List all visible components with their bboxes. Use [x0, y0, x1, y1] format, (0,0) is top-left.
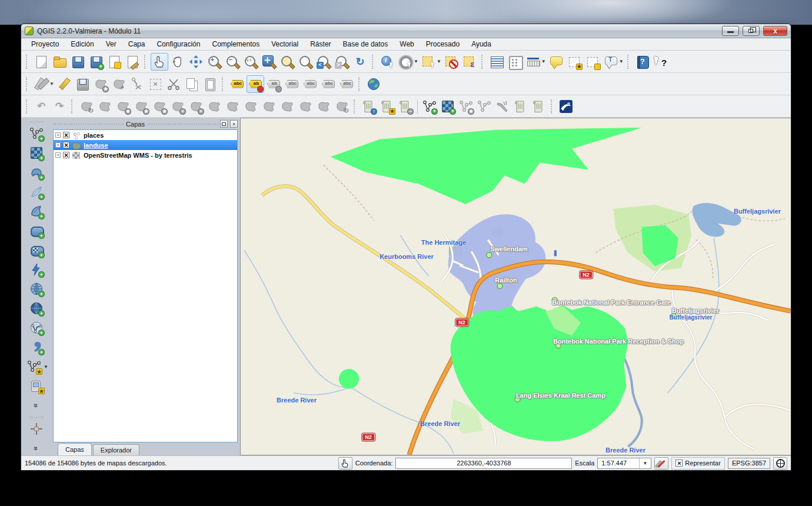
add-postgis-layer-button[interactable]: + [26, 163, 46, 182]
add-vector-layer-button[interactable]: + [26, 124, 46, 143]
layer-row-osm-wms[interactable]: + × OpenStreetMap WMS - by terrestris [54, 150, 237, 160]
deselect-features-button[interactable] [442, 53, 460, 71]
menu-web[interactable]: Web [394, 39, 419, 49]
zoom-full-button[interactable]: ✛ [260, 53, 278, 71]
menu-vectorial[interactable]: Vectorial [266, 39, 304, 49]
expand-icon[interactable]: + [55, 152, 61, 158]
add-wms-layer-button[interactable]: + [26, 279, 46, 298]
menu-edici-n[interactable]: Edición [65, 39, 99, 49]
touch-button[interactable] [151, 53, 168, 71]
layer-name[interactable]: landuse [84, 142, 108, 149]
text-annotation-button[interactable]: T [602, 53, 620, 71]
add-mssql-layer-button[interactable]: + [26, 202, 46, 221]
save-project-as-button[interactable]: + [87, 53, 105, 71]
toggle-editing-button[interactable] [55, 75, 73, 93]
expand-icon[interactable]: + [55, 132, 61, 138]
projection-button[interactable] [773, 457, 787, 470]
plugin-add-raster-button[interactable]: + [439, 98, 457, 115]
pan-map-button[interactable] [169, 53, 187, 71]
composer-manager-button[interactable] [124, 53, 141, 71]
menu-ver[interactable]: Ver [101, 39, 122, 49]
redo-button[interactable]: ↷ [51, 98, 68, 115]
chevron-down-icon[interactable]: ▼ [639, 458, 647, 468]
overflow-bottom-button[interactable]: » [26, 439, 46, 455]
zoom-out-button[interactable]: − [224, 53, 241, 71]
layers-panel-titlebar[interactable]: Capas × [52, 119, 239, 129]
layer-checkbox[interactable]: × [63, 152, 69, 158]
open-project-button[interactable] [51, 53, 68, 71]
pan-to-selection-button[interactable] [187, 53, 205, 71]
plugin-scroll-edit-button[interactable] [530, 98, 548, 115]
render-toggle[interactable]: × Representar [671, 457, 725, 470]
mouse-position-toggle-button[interactable] [338, 457, 352, 470]
plugin-add-vector-button[interactable]: + [421, 98, 438, 115]
menu-base-de-datos[interactable]: Base de datos [338, 39, 394, 49]
web-globe-button[interactable] [365, 75, 382, 93]
zoom-last-button[interactable]: < [315, 53, 332, 71]
zoom-next-button[interactable]: > [333, 53, 351, 71]
new-shapefile-layer-button[interactable]: ★ [24, 357, 44, 376]
save-edits-button[interactable] [74, 75, 91, 93]
plugin-build-button[interactable] [494, 98, 511, 115]
panel-float-button[interactable] [220, 120, 228, 128]
undo-button[interactable]: ↶ [32, 98, 50, 115]
refresh-button[interactable]: ↻ [351, 53, 369, 71]
rotate-label-button[interactable]: abc [320, 75, 337, 93]
menu-ayuda[interactable]: Ayuda [466, 39, 497, 49]
help-button[interactable]: ? [634, 53, 651, 71]
map-tips-button[interactable] [547, 53, 565, 71]
plugin-edit-vector-button[interactable] [475, 98, 493, 115]
text-annotation-dropdown[interactable]: ▼ [619, 59, 624, 64]
node-tool-button[interactable] [128, 75, 146, 93]
minimize-button[interactable] [722, 26, 739, 36]
zoom-to-selection-button[interactable] [278, 53, 296, 71]
new-gpx-layer-button[interactable]: ★ [26, 377, 46, 395]
menu-capa[interactable]: Capa [123, 39, 151, 49]
new-composer-button[interactable] [105, 53, 123, 71]
reshape-features-button[interactable] [205, 98, 223, 115]
change-label-button[interactable]: abc [338, 75, 355, 93]
stop-rendering-button[interactable] [654, 457, 668, 470]
render-checkbox[interactable]: × [675, 460, 683, 467]
select-expression-button[interactable]: ε [461, 53, 478, 71]
title-bar[interactable]: QGIS 2.2.0-Valmiera - Módulo 11 x [21, 24, 791, 38]
rotate-point-symbols-button[interactable]: ↻ [333, 98, 351, 115]
zoom-to-layer-button[interactable] [297, 53, 314, 71]
add-ring-button[interactable]: ★ [114, 98, 132, 115]
plugin-new-vector-button[interactable]: ★ [457, 98, 475, 115]
menu-r-ster[interactable]: Ráster [305, 39, 336, 49]
google-earth-button[interactable] [557, 98, 575, 115]
move-feature-button[interactable] [110, 75, 128, 93]
menu-configuraci-n[interactable]: Configuración [151, 39, 205, 49]
delete-ring-button[interactable]: × [169, 98, 187, 115]
identify-button[interactable]: i [378, 53, 396, 71]
layer-name[interactable]: OpenStreetMap WMS - by terrestris [84, 152, 192, 159]
pin-labels-button[interactable]: ab [247, 75, 264, 93]
osm-remove-button[interactable]: − [397, 98, 414, 115]
add-oracle-georaster-layer-button[interactable]: + [26, 241, 46, 259]
merge-attributes-button[interactable] [297, 98, 314, 115]
simplify-feature-button[interactable] [96, 98, 114, 115]
add-sqlanywhere-layer-button[interactable]: + [26, 260, 46, 279]
copy-features-button[interactable] [183, 75, 201, 93]
layer-name[interactable]: places [84, 132, 104, 139]
menu-complementos[interactable]: Complementos [207, 39, 265, 49]
current-edits-dropdown[interactable]: ▼ [49, 81, 54, 86]
add-oracle-layer-button[interactable]: + [26, 221, 46, 240]
offset-curve-button[interactable] [224, 98, 241, 115]
cut-features-button[interactable] [165, 75, 182, 93]
new-shapefile-layer-dropdown[interactable]: ▼ [44, 364, 48, 369]
tab-explorador[interactable]: Explorador [93, 444, 139, 455]
menu-proyecto[interactable]: Proyecto [26, 39, 64, 49]
layer-checkbox[interactable]: × [63, 132, 69, 138]
coordinate-capture-button[interactable] [26, 420, 46, 438]
zoom-in-button[interactable]: + [205, 53, 223, 71]
zoom-native-button[interactable]: 1:1 [242, 53, 259, 71]
select-features-button[interactable] [420, 53, 437, 71]
add-wfs-layer-button[interactable]: + [26, 318, 46, 337]
save-project-button[interactable] [69, 53, 86, 71]
scale-combobox[interactable]: 1:57.447 ▼ [597, 458, 651, 469]
restore-button[interactable] [743, 26, 760, 36]
split-parts-button[interactable] [260, 98, 278, 115]
plugin-scroll-pin-button[interactable] [512, 98, 530, 115]
